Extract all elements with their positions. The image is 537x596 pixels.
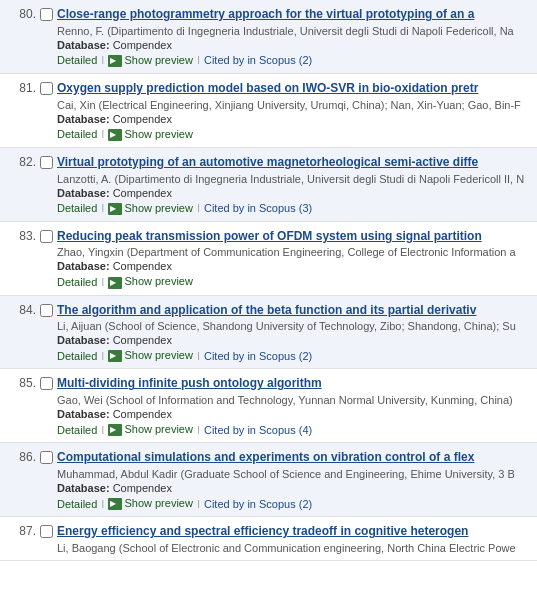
item-title-link[interactable]: Computational simulations and experiment…: [57, 449, 529, 466]
item-database: Database: Compendex: [57, 39, 529, 51]
preview-icon: ▶: [108, 55, 122, 67]
detailed-link[interactable]: Detailed: [57, 54, 97, 66]
item-title-link[interactable]: Virtual prototyping of an automotive mag…: [57, 154, 529, 171]
list-item: 84.The algorithm and application of the …: [0, 296, 537, 370]
item-actions: Detailed I ▶Show preview: [57, 275, 529, 288]
item-checkbox[interactable]: [40, 451, 53, 464]
cited-by-anchor[interactable]: Cited by in Scopus (2): [204, 350, 312, 362]
item-number: 84.: [8, 302, 36, 317]
list-item: 86.Computational simulations and experim…: [0, 443, 537, 517]
show-preview-link[interactable]: ▶Show preview: [108, 349, 192, 362]
item-number: 83.: [8, 228, 36, 243]
item-actions: Detailed I ▶Show preview: [57, 128, 529, 141]
item-checkbox[interactable]: [40, 230, 53, 243]
preview-icon: ▶: [108, 498, 122, 510]
cited-by-link[interactable]: Cited by in Scopus (2): [204, 54, 312, 66]
item-database: Database: Compendex: [57, 334, 529, 346]
item-authors: Gao, Wei (School of Information and Tech…: [57, 394, 529, 406]
preview-icon: ▶: [108, 424, 122, 436]
item-title-link[interactable]: Multi-dividing infinite push ontology al…: [57, 375, 529, 392]
list-item: 80.Close-range photogrammetry approach f…: [0, 0, 537, 74]
item-authors: Muhammad, Abdul Kadir (Graduate School o…: [57, 468, 529, 480]
item-authors: Renno, F. (Dipartimento di Ingegneria In…: [57, 25, 529, 37]
item-number: 86.: [8, 449, 36, 464]
separator: I: [197, 424, 200, 436]
item-checkbox[interactable]: [40, 8, 53, 21]
detailed-link[interactable]: Detailed: [57, 350, 97, 362]
list-item: 83.Reducing peak transmission power of O…: [0, 222, 537, 296]
cited-by-anchor[interactable]: Cited by in Scopus (4): [204, 424, 312, 436]
item-number: 87.: [8, 523, 36, 538]
item-number: 80.: [8, 6, 36, 21]
item-actions: Detailed I ▶Show preview I Cited by in S…: [57, 349, 529, 362]
separator: I: [101, 54, 104, 66]
show-preview-link[interactable]: ▶Show preview: [108, 54, 192, 67]
item-authors: Li, Baogang (School of Electronic and Co…: [57, 542, 529, 554]
cited-by-anchor[interactable]: Cited by in Scopus (2): [204, 498, 312, 510]
show-preview-link[interactable]: ▶Show preview: [108, 423, 192, 436]
item-authors: Cai, Xin (Electrical Engineering, Xinjia…: [57, 99, 529, 111]
show-preview-link[interactable]: ▶Show preview: [108, 128, 192, 141]
item-database: Database: Compendex: [57, 113, 529, 125]
item-number: 82.: [8, 154, 36, 169]
item-actions: Detailed I ▶Show preview I Cited by in S…: [57, 423, 529, 436]
item-checkbox[interactable]: [40, 304, 53, 317]
list-item: 81.Oxygen supply prediction model based …: [0, 74, 537, 148]
item-authors: Li, Aijuan (School of Science, Shandong …: [57, 320, 529, 332]
item-actions: Detailed I ▶Show preview I Cited by in S…: [57, 202, 529, 215]
item-title-link[interactable]: Reducing peak transmission power of OFDM…: [57, 228, 529, 245]
separator: I: [101, 276, 104, 288]
item-checkbox[interactable]: [40, 82, 53, 95]
separator: I: [101, 498, 104, 510]
item-authors: Lanzotti, A. (Dipartimento di Ingegneria…: [57, 173, 529, 185]
cited-by-link[interactable]: Cited by in Scopus (2): [204, 498, 312, 510]
item-actions: Detailed I ▶Show preview I Cited by in S…: [57, 54, 529, 67]
item-authors: Zhao, Yingxin (Department of Communicati…: [57, 246, 529, 258]
item-title-link[interactable]: Oxygen supply prediction model based on …: [57, 80, 529, 97]
item-actions: Detailed I ▶Show preview I Cited by in S…: [57, 497, 529, 510]
preview-icon: ▶: [108, 203, 122, 215]
cited-by-anchor[interactable]: Cited by in Scopus (3): [204, 202, 312, 214]
separator: I: [197, 202, 200, 214]
item-number: 85.: [8, 375, 36, 390]
item-title-link[interactable]: Close-range photogrammetry approach for …: [57, 6, 529, 23]
detailed-link[interactable]: Detailed: [57, 424, 97, 436]
show-preview-link[interactable]: ▶Show preview: [108, 275, 192, 288]
cited-by-link[interactable]: Cited by in Scopus (4): [204, 424, 312, 436]
item-checkbox[interactable]: [40, 377, 53, 390]
item-database: Database: Compendex: [57, 260, 529, 272]
detailed-link[interactable]: Detailed: [57, 276, 97, 288]
list-item: 87.Energy efficiency and spectral effici…: [0, 517, 537, 561]
separator: I: [197, 498, 200, 510]
item-checkbox[interactable]: [40, 156, 53, 169]
preview-icon: ▶: [108, 277, 122, 289]
show-preview-link[interactable]: ▶Show preview: [108, 497, 192, 510]
separator: I: [101, 202, 104, 214]
separator: I: [101, 350, 104, 362]
item-title-link[interactable]: Energy efficiency and spectral efficienc…: [57, 523, 529, 540]
item-number: 81.: [8, 80, 36, 95]
item-title-link[interactable]: The algorithm and application of the bet…: [57, 302, 529, 319]
cited-by-link[interactable]: Cited by in Scopus (2): [204, 350, 312, 362]
preview-icon: ▶: [108, 350, 122, 362]
list-item: 85.Multi-dividing infinite push ontology…: [0, 369, 537, 443]
preview-icon: ▶: [108, 129, 122, 141]
item-database: Database: Compendex: [57, 187, 529, 199]
detailed-link[interactable]: Detailed: [57, 498, 97, 510]
cited-by-link[interactable]: Cited by in Scopus (3): [204, 202, 312, 214]
detailed-link[interactable]: Detailed: [57, 128, 97, 140]
cited-by-anchor[interactable]: Cited by in Scopus (2): [204, 54, 312, 66]
list-item: 82.Virtual prototyping of an automotive …: [0, 148, 537, 222]
separator: I: [101, 128, 104, 140]
separator: I: [197, 54, 200, 66]
item-checkbox[interactable]: [40, 525, 53, 538]
item-database: Database: Compendex: [57, 408, 529, 420]
detailed-link[interactable]: Detailed: [57, 202, 97, 214]
item-database: Database: Compendex: [57, 482, 529, 494]
separator: I: [101, 424, 104, 436]
separator: I: [197, 350, 200, 362]
show-preview-link[interactable]: ▶Show preview: [108, 202, 192, 215]
